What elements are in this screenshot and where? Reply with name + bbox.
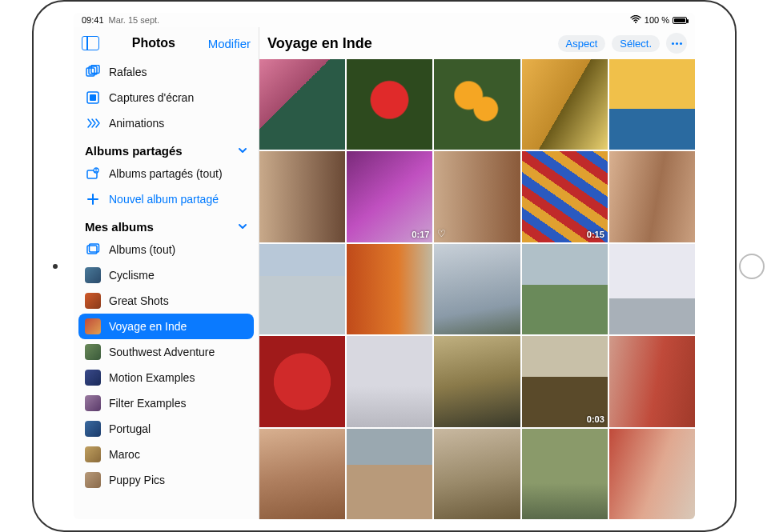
sidebar-item-label: Maroc [109,448,140,461]
main-pane: Voyage en Inde Aspect Sélect. 0:17♡0:150… [259,27,695,519]
photo-tile[interactable] [522,59,608,150]
sidebar-item-label: Cyclisme [109,269,155,282]
home-button[interactable] [739,254,765,279]
album-thumbnail [85,293,101,309]
battery-icon [673,17,687,24]
sidebar-item-label: Puppy Pics [109,474,165,486]
status-time: 09:41 [82,15,104,25]
sidebar-item-album[interactable]: Maroc [78,442,254,467]
status-date: Mar. 15 sept. [109,15,160,25]
sidebar-item-album[interactable]: Puppy Pics [78,467,254,493]
section-label: Albums partagés [85,144,183,158]
more-button[interactable] [666,33,687,54]
album-thumbnail [85,370,101,386]
photo-tile[interactable] [609,59,695,150]
video-duration-badge: 0:15 [587,230,604,239]
photo-tile[interactable] [434,59,520,150]
photo-tile[interactable] [259,151,345,242]
burst-icon [85,64,101,80]
sidebar-item-label: Motion Examples [109,371,195,384]
photo-tile[interactable] [609,336,695,426]
album-thumbnail [85,395,101,411]
photo-tile[interactable] [259,244,345,334]
sidebar-item-album[interactable]: Portugal [78,416,254,442]
sidebar-item-album[interactable]: Filter Examples [78,390,254,416]
sidebar-item-label: Albums partagés (tout) [109,167,223,180]
sidebar-list[interactable]: RafalesCaptures d'écranAnimationsAlbums … [74,59,259,519]
plus-icon [85,191,101,207]
photo-tile[interactable] [259,429,345,519]
photo-tile[interactable] [522,244,608,334]
sidebar-item-album[interactable]: Motion Examples [78,365,254,390]
new-shared-album-button[interactable]: Nouvel album partagé [78,186,254,212]
photo-tile[interactable] [609,151,695,242]
album-thumbnail [85,318,101,334]
sidebar-item-shared-all[interactable]: Albums partagés (tout) [78,161,254,186]
photo-tile[interactable]: ♡ [434,151,520,242]
sidebar-item-label: Nouvel album partagé [109,193,219,206]
sidebar-item-album[interactable]: Cyclisme [78,262,254,288]
sidebar-item-label: Captures d'écran [109,91,194,104]
screen: 09:41 Mar. 15 sept. 100 % Photos Modifie… [74,13,695,519]
sidebar-item-screenshot[interactable]: Captures d'écran [78,85,254,110]
sidebar-item-label: Great Shots [109,294,169,307]
section-my-albums[interactable]: Mes albums [78,212,254,237]
photo-tile[interactable] [259,59,345,150]
sidebar-item-album[interactable]: Voyage en Inde [78,314,254,339]
video-duration-badge: 0:03 [587,414,604,424]
edit-button[interactable]: Modifier [208,37,251,50]
photo-tile[interactable]: 0:15 [522,151,608,242]
status-bar: 09:41 Mar. 15 sept. 100 % [74,13,695,27]
album-title: Voyage en Inde [267,35,552,52]
sidebar-item-animation[interactable]: Animations [78,110,254,136]
battery-pct: 100 % [645,15,669,25]
svg-rect-5 [90,94,96,101]
photo-tile[interactable]: 0:03 [522,336,608,426]
sidebar-item-label: Portugal [109,422,151,435]
album-thumbnail [85,421,101,437]
select-button[interactable]: Sélect. [612,35,660,52]
photo-tile[interactable] [434,244,520,334]
video-duration-badge: 0:17 [412,230,429,239]
sidebar-item-label: Animations [109,117,164,130]
photo-tile[interactable] [347,244,432,334]
wifi-icon [630,15,641,25]
svg-point-0 [635,22,636,23]
photo-tile[interactable] [259,336,345,426]
sidebar-item-label: Albums (tout) [109,243,175,256]
photo-tile[interactable] [609,429,695,519]
photo-tile[interactable] [609,244,695,334]
shared-album-icon [85,166,101,182]
sidebar-item-album[interactable]: Great Shots [78,288,254,314]
photo-grid[interactable]: 0:17♡0:150:03 [259,59,695,519]
albums-all-icon [85,242,101,258]
sidebar: Photos Modifier RafalesCaptures d'écranA… [74,27,259,519]
aspect-button[interactable]: Aspect [558,35,606,52]
photo-tile[interactable] [434,336,520,426]
sidebar-toggle-icon[interactable] [82,36,99,50]
sidebar-item-burst[interactable]: Rafales [78,59,254,85]
photo-tile[interactable]: 0:17 [347,151,432,242]
section-label: Mes albums [85,220,154,234]
ipad-frame: 09:41 Mar. 15 sept. 100 % Photos Modifie… [32,0,737,532]
sidebar-toolbar: Photos Modifier [74,27,259,59]
ellipsis-icon [672,42,682,45]
main-toolbar: Voyage en Inde Aspect Sélect. [259,27,695,59]
front-camera [53,264,58,269]
album-thumbnail [85,472,101,488]
favorite-icon: ♡ [437,228,446,239]
photo-tile[interactable] [522,429,608,519]
section-shared-albums[interactable]: Albums partagés [78,136,254,161]
animation-icon [85,115,101,131]
sidebar-item-label: Southwest Adventure [109,346,215,358]
photo-tile[interactable] [347,429,432,519]
album-thumbnail [85,446,101,462]
album-thumbnail [85,344,101,360]
sidebar-item-album[interactable]: Albums (tout) [78,237,254,262]
photo-tile[interactable] [434,429,520,519]
svg-point-8 [95,169,97,170]
photo-tile[interactable] [347,336,432,426]
sidebar-item-album[interactable]: Southwest Adventure [78,339,254,365]
photo-tile[interactable] [347,59,432,150]
sidebar-title: Photos [106,36,202,50]
